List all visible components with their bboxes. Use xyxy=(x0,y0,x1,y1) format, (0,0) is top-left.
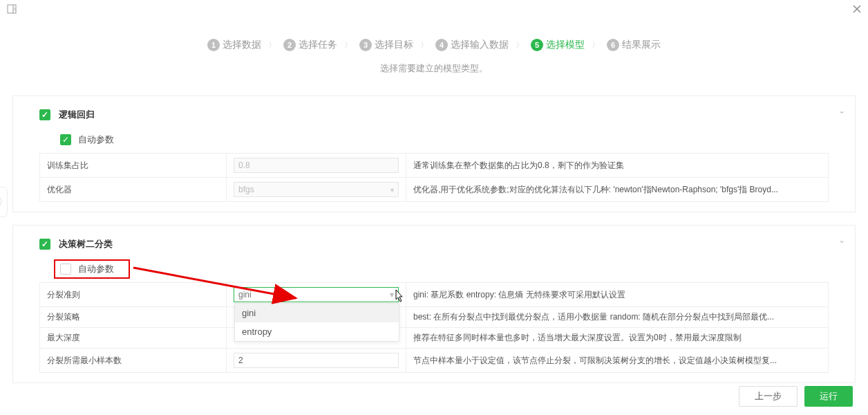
dropdown-option-entropy[interactable]: entropy xyxy=(235,322,399,341)
step-1[interactable]: 1选择数据 xyxy=(207,39,261,51)
param-name: 最大深度 xyxy=(40,328,227,349)
panel-title: 决策树二分类 xyxy=(59,238,113,250)
dropdown-option-gini[interactable]: gini xyxy=(235,304,399,322)
param-desc: 通常训练集在整个数据集的占比为0.8，剩下的作为验证集 xyxy=(406,154,829,178)
step-nav: 1选择数据 〉 2选择任务 〉 3选择目标 〉 4选择输入数据 〉 5选择模型 … xyxy=(0,39,868,51)
param-select-disabled: bfgs▾ xyxy=(234,182,399,197)
step-label: 选择输入数据 xyxy=(451,39,509,51)
panel-title: 逻辑回归 xyxy=(59,109,95,121)
chevron-down-icon: ▾ xyxy=(390,186,394,194)
step-6[interactable]: 6结果展示 xyxy=(607,39,661,51)
step-subtitle: 选择需要建立的模型类型。 xyxy=(0,62,868,75)
split-criterion-select[interactable]: ▾ xyxy=(234,287,399,302)
prev-button[interactable]: 上一步 xyxy=(739,386,798,407)
param-value-cell: bfgs▾ xyxy=(227,178,406,202)
run-button[interactable]: 运行 xyxy=(804,386,853,407)
close-icon[interactable] xyxy=(853,4,861,15)
chevron-down-icon[interactable]: ⌄ xyxy=(838,106,845,116)
step-5[interactable]: 5选择模型 xyxy=(531,39,585,51)
param-name: 分裂策略 xyxy=(40,307,227,328)
param-name: 分裂所需最小样本数 xyxy=(40,349,227,373)
split-criterion-dropdown: gini entropy xyxy=(234,303,399,342)
param-desc: gini: 基尼系数 entropy: 信息熵 无特殊要求可采用默认设置 xyxy=(406,283,829,307)
panel-decision-tree: 决策树二分类 ⌄ 自动参数 分裂准则 ▾ gini: 基尼系数 entropy:… xyxy=(12,225,856,383)
auto-params-checkbox[interactable] xyxy=(60,134,71,145)
model-enable-checkbox[interactable] xyxy=(39,109,50,120)
param-desc: 优化器,用于优化系统参数;对应的优化算法有以下几种: 'newton'指Newt… xyxy=(406,178,829,202)
step-label: 选择数据 xyxy=(223,39,261,51)
chevron-right-icon: 〉 xyxy=(511,39,528,51)
param-desc: best: 在所有分裂点中找到最优分裂点，适用小数据量 random: 随机在部… xyxy=(406,307,829,328)
step-label: 结果展示 xyxy=(622,39,661,51)
panel-logistic-regression: 逻辑回归 ⌄ 自动参数 训练集占比 0.8 通常训练集在整个数据集的占比为0.8… xyxy=(12,95,856,212)
param-desc: 节点中样本量小于设定值，该节点停止分裂，可限制决策树分支的增长，设定值越小决策树… xyxy=(406,349,829,373)
step-label: 选择模型 xyxy=(546,39,585,51)
annotation-highlight-box xyxy=(54,259,130,279)
param-name: 分裂准则 xyxy=(40,283,227,307)
param-desc: 推荐在特征多同时样本量也多时，适当增大最大深度设置。设置为0时，禁用最大深度限制 xyxy=(406,328,829,349)
side-expand-handle[interactable]: 〉 xyxy=(0,187,8,217)
step-3[interactable]: 3选择目标 xyxy=(359,39,413,51)
param-value-cell: 2 xyxy=(227,349,406,373)
param-input-disabled: 0.8 xyxy=(234,158,399,173)
svg-rect-0 xyxy=(8,5,16,13)
split-criterion-input[interactable] xyxy=(238,290,390,299)
chevron-down-icon[interactable]: ⌄ xyxy=(838,235,845,245)
min-samples-input[interactable]: 2 xyxy=(234,353,399,368)
auto-params-label: 自动参数 xyxy=(78,133,114,146)
chevron-right-icon: 〉 xyxy=(264,39,281,51)
step-label: 选择目标 xyxy=(375,39,413,51)
param-name: 训练集占比 xyxy=(40,154,227,178)
param-name: 优化器 xyxy=(40,178,227,202)
chevron-right-icon: 〉 xyxy=(587,39,604,51)
param-value-cell: 0.8 xyxy=(227,154,406,178)
chevron-right-icon: 〉 xyxy=(416,39,433,51)
footer-actions: 上一步 运行 xyxy=(739,386,853,407)
step-2[interactable]: 2选择任务 xyxy=(283,39,337,51)
step-label: 选择任务 xyxy=(299,39,337,51)
chevron-down-icon: ▾ xyxy=(390,290,394,299)
chevron-right-icon: 〉 xyxy=(340,39,357,51)
step-4[interactable]: 4选择输入数据 xyxy=(435,39,509,51)
model-enable-checkbox[interactable] xyxy=(39,239,50,250)
panel-toggle-icon[interactable] xyxy=(7,4,17,16)
